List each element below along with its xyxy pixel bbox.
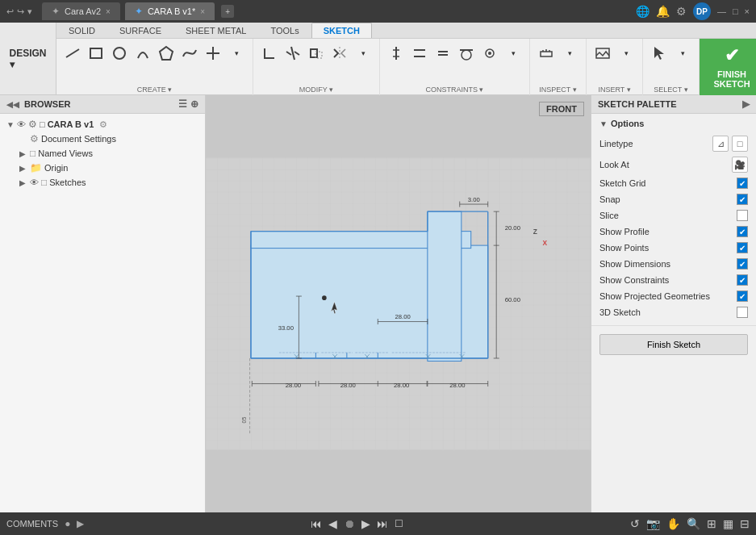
- showprojected-label: Show Projected Geometries: [599, 291, 737, 301]
- 3dsketch-checkbox[interactable]: [737, 307, 748, 318]
- select-dropdown[interactable]: ▾: [671, 42, 694, 65]
- showpoints-checkbox[interactable]: ✔: [737, 242, 748, 253]
- showdimensions-checkbox[interactable]: ✔: [737, 258, 748, 270]
- redo-icon[interactable]: ↪: [17, 6, 24, 17]
- tab-sketch[interactable]: SKETCH: [311, 23, 372, 38]
- nav-record[interactable]: ⏺: [344, 517, 355, 530]
- view-cube[interactable]: FRONT: [539, 102, 584, 116]
- nav-prev[interactable]: ◀: [328, 517, 337, 530]
- avatar[interactable]: DP: [693, 2, 711, 20]
- browser-filter-icon[interactable]: ⊕: [190, 98, 198, 110]
- tab-cara-av2[interactable]: ✦ Cara Av2 ×: [42, 2, 120, 20]
- create-dropdown[interactable]: ▾: [225, 42, 248, 65]
- eye-icon-root[interactable]: 👁: [17, 119, 26, 129]
- constraint-equal[interactable]: [432, 42, 454, 65]
- slice-checkbox[interactable]: [737, 210, 748, 221]
- tab1-close[interactable]: ×: [106, 7, 111, 16]
- insert-image[interactable]: [591, 42, 614, 65]
- line-tool[interactable]: [61, 42, 84, 65]
- design-button[interactable]: DESIGN ▾: [0, 23, 56, 94]
- fillet-tool[interactable]: [258, 42, 281, 65]
- nav-extra[interactable]: ☐: [395, 518, 403, 529]
- linetype-btn1[interactable]: ⊿: [712, 136, 729, 152]
- tree-label-sketches: Sketches: [49, 178, 86, 187]
- status-zoom[interactable]: 🔍: [687, 517, 700, 530]
- constraint-parallel[interactable]: [408, 42, 431, 65]
- nav-next[interactable]: ▶: [361, 517, 370, 530]
- constraint-coincident[interactable]: [478, 42, 501, 65]
- constraint-vertical[interactable]: [385, 42, 407, 65]
- point-tool[interactable]: [202, 42, 224, 65]
- circle-tool[interactable]: [108, 42, 131, 65]
- showconstraints-checkbox[interactable]: ✔: [737, 274, 748, 286]
- tree-item-docsettings[interactable]: ⚙ Document Settings: [0, 132, 205, 146]
- showprojected-checkbox[interactable]: ✔: [737, 290, 748, 302]
- finish-sketch-palette-btn[interactable]: Finish Sketch: [599, 334, 748, 355]
- component-options[interactable]: ⚙: [99, 119, 107, 130]
- status-pan[interactable]: ✋: [666, 517, 680, 530]
- comments-dot[interactable]: ●: [65, 518, 70, 529]
- eye-icon-sketches[interactable]: 👁: [30, 178, 39, 187]
- settings-icon[interactable]: ⚙: [676, 5, 687, 18]
- options-toggle[interactable]: ▼: [599, 119, 608, 128]
- tree-item-root[interactable]: ▼ 👁 ⚙ □ CARA B v1 ⚙: [0, 117, 205, 132]
- gear-settings-icon[interactable]: ⚙: [28, 119, 37, 130]
- globe-icon[interactable]: 🌐: [636, 5, 649, 18]
- arc-tool[interactable]: [132, 42, 154, 65]
- lookat-btn[interactable]: 🎥: [732, 157, 748, 173]
- notification-icon[interactable]: 🔔: [656, 5, 670, 18]
- trim-tool[interactable]: [282, 42, 304, 65]
- insert-dropdown[interactable]: ▾: [615, 42, 637, 65]
- window-maximize[interactable]: □: [733, 6, 738, 16]
- collapse-icon[interactable]: ◀◀: [6, 100, 19, 109]
- comment-expand[interactable]: ▶: [77, 518, 84, 529]
- tab-surface[interactable]: SURFACE: [107, 23, 173, 38]
- tab-solid[interactable]: SOLID: [56, 23, 107, 38]
- tab1-label: Cara Av2: [65, 6, 101, 16]
- palette-expand-icon[interactable]: ▶: [742, 98, 750, 110]
- tree-item-sketches[interactable]: ▶ 👁 □ Sketches: [0, 175, 205, 190]
- inspect-measure[interactable]: [535, 42, 558, 65]
- undo-icon[interactable]: ↩: [6, 6, 14, 17]
- nav-start[interactable]: ⏮: [311, 517, 322, 530]
- 3dsketch-label: 3D Sketch: [599, 307, 737, 317]
- new-tab-btn[interactable]: +: [221, 5, 234, 18]
- tab-sheet-metal[interactable]: SHEET METAL: [173, 23, 258, 38]
- nav-end[interactable]: ⏭: [377, 517, 388, 530]
- tree-item-namedviews[interactable]: ▶ □ Named Views: [0, 146, 205, 161]
- tab-cara-b[interactable]: ✦ CARA B v1* ×: [125, 2, 215, 20]
- browser-options-icon[interactable]: ☰: [178, 98, 187, 110]
- window-close[interactable]: ×: [745, 6, 750, 16]
- constraint-tangent[interactable]: [455, 42, 478, 65]
- tab2-close[interactable]: ×: [200, 7, 205, 16]
- finish-sketch-button[interactable]: ✔ FINISH SKETCH: [700, 39, 756, 95]
- poly-tool[interactable]: [155, 42, 178, 65]
- showpoints-row: Show Points ✔: [599, 240, 748, 256]
- sketchgrid-checkbox[interactable]: ✔: [737, 178, 748, 189]
- select-tool[interactable]: [648, 42, 670, 65]
- status-camera[interactable]: 📷: [646, 517, 660, 530]
- rect-tool[interactable]: [85, 42, 107, 65]
- modify-dropdown[interactable]: ▾: [352, 42, 374, 65]
- more-icon[interactable]: ▾: [27, 6, 32, 17]
- snap-checkbox[interactable]: ✔: [737, 194, 748, 205]
- status-grid2[interactable]: ▦: [723, 517, 733, 530]
- constraints-dropdown[interactable]: ▾: [502, 42, 524, 65]
- main-layout: ◀◀ BROWSER ☰ ⊕ ▼ 👁 ⚙ □ CARA B v1 ⚙ ⚙: [0, 95, 756, 512]
- tree-item-origin[interactable]: ▶ 📁 Origin: [0, 161, 205, 175]
- status-grid3[interactable]: ⊟: [740, 517, 750, 530]
- offset-tool[interactable]: [305, 42, 328, 65]
- linetype-btn2[interactable]: □: [732, 136, 748, 152]
- mirror-tool[interactable]: [328, 42, 351, 65]
- spline-tool[interactable]: [178, 42, 201, 65]
- finish-sketch-palette-label: Finish Sketch: [647, 340, 700, 349]
- svg-rect-32: [428, 211, 462, 361]
- window-minimize[interactable]: —: [717, 6, 726, 16]
- status-bar: COMMENTS ● ▶ ⏮ ◀ ⏺ ▶ ⏭ ☐ ↺ 📷 ✋ 🔍 ⊞ ▦ ⊟: [0, 512, 756, 535]
- showprofile-checkbox[interactable]: ✔: [737, 226, 748, 237]
- status-grid1[interactable]: ⊞: [707, 517, 716, 530]
- status-rotate[interactable]: ↺: [630, 517, 640, 530]
- inspect-dropdown[interactable]: ▾: [558, 42, 581, 65]
- tab-tools[interactable]: TOOLs: [258, 23, 311, 38]
- canvas-area[interactable]: 3.00 20.00 60.00 28.00 28.00 28.00 28.00…: [206, 95, 591, 512]
